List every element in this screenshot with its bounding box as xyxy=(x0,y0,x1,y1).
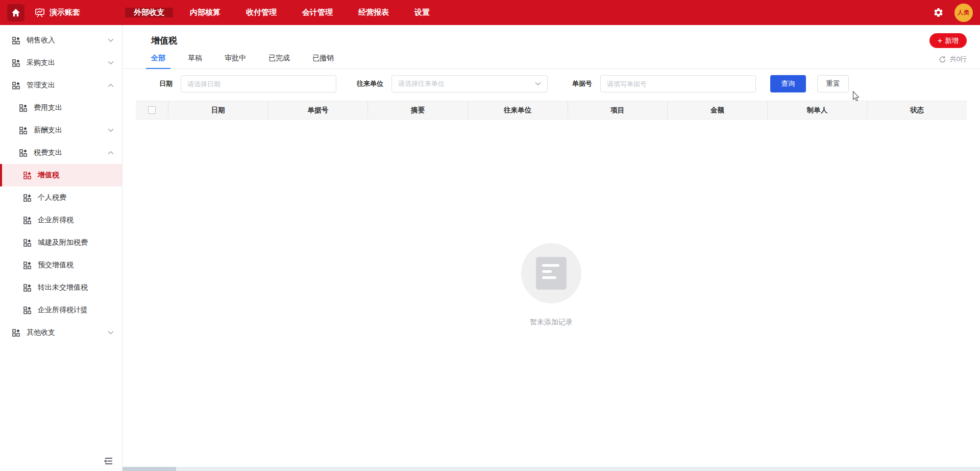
home-button[interactable] xyxy=(7,4,24,21)
sidebar-item-transfer-unpaid-vat[interactable]: 转出未交增值税 xyxy=(0,276,122,299)
column-header-date[interactable]: 日期 xyxy=(168,101,268,119)
row-count-area: 共0行 xyxy=(939,55,967,68)
horizontal-scrollbar-thumb[interactable] xyxy=(122,467,176,471)
module-grid-icon xyxy=(12,82,20,89)
sidebar-item-label: 采购支出 xyxy=(27,58,108,67)
column-header-summary[interactable]: 摘要 xyxy=(368,101,468,119)
sidebar-item-label: 城建及附加税费 xyxy=(38,238,114,247)
chevron-up-icon xyxy=(108,150,114,156)
table-header-checkbox-cell xyxy=(136,101,168,119)
horizontal-scrollbar[interactable] xyxy=(122,467,980,471)
module-grid-icon xyxy=(23,239,31,247)
column-header-status[interactable]: 状态 xyxy=(867,101,967,119)
tab-all[interactable]: 全部 xyxy=(147,49,169,68)
module-grid-icon xyxy=(19,104,27,112)
sidebar-item-salary-expense[interactable]: 薪酬支出 xyxy=(0,119,122,142)
search-button[interactable]: 查询 xyxy=(770,75,806,92)
sidebar-item-prepaid-vat[interactable]: 预交增值税 xyxy=(0,254,122,276)
sidebar-item-urban-construction-surtax[interactable]: 城建及附加税费 xyxy=(0,231,122,254)
sidebar-item-corporate-income-tax[interactable]: 企业所得税 xyxy=(0,209,122,231)
nav-tab-accounting-management[interactable]: 会计管理 xyxy=(293,8,341,17)
module-grid-icon xyxy=(19,149,27,157)
nav-tab-business-reports[interactable]: 经营报表 xyxy=(350,8,398,17)
reset-button[interactable]: 重置 xyxy=(817,75,849,92)
sidebar-item-fee-expense[interactable]: 费用支出 xyxy=(0,97,122,119)
module-grid-icon xyxy=(23,194,31,202)
user-avatar[interactable]: 人类 xyxy=(954,4,973,22)
column-header-doc-no[interactable]: 单据号 xyxy=(268,101,369,119)
chevron-down-icon xyxy=(108,37,114,43)
sidebar-item-label: 转出未交增值税 xyxy=(38,283,114,292)
sidebar-item-corporate-income-tax-accrual[interactable]: 企业所得税计提 xyxy=(0,299,122,321)
module-grid-icon xyxy=(23,172,31,179)
topbar-right: 人类 xyxy=(933,0,973,25)
add-button-label: 新增 xyxy=(945,36,959,45)
sidebar-item-personal-tax[interactable]: 个人税费 xyxy=(0,186,122,209)
empty-state-circle xyxy=(521,243,581,303)
chevron-down-icon xyxy=(535,81,541,87)
filter-bar: 日期 往来单位 请选择往来单位 单据号 查询 重置 xyxy=(122,69,980,99)
sidebar-item-other-income-expense[interactable]: 其他收支 xyxy=(0,321,122,344)
tab-revoked[interactable]: 已撤销 xyxy=(308,49,338,68)
tab-in-approval[interactable]: 审批中 xyxy=(220,49,250,68)
sidebar-collapse-icon[interactable] xyxy=(103,457,113,465)
sidebar-item-label: 管理支出 xyxy=(27,81,108,90)
tab-completed[interactable]: 已完成 xyxy=(264,49,294,68)
chevron-up-icon xyxy=(108,82,114,88)
row-count-label: 共0行 xyxy=(950,55,967,64)
status-tabs-row: 全部 草稿 审批中 已完成 已撤销 共0行 xyxy=(122,48,980,69)
sidebar-item-management-expense[interactable]: 管理支出 xyxy=(0,74,122,97)
presentation-board-icon xyxy=(35,8,45,18)
home-icon xyxy=(11,8,20,17)
module-grid-icon xyxy=(23,284,31,292)
main-content: 增值税 + 新增 全部 草稿 审批中 已完成 已撤销 xyxy=(122,25,980,471)
top-navigation: 外部收支 内部核算 收付管理 会计管理 经营报表 设置 xyxy=(125,8,447,17)
sidebar-item-label: 企业所得税计提 xyxy=(38,305,114,315)
select-all-checkbox[interactable] xyxy=(148,106,156,114)
page-header: 增值税 + 新增 xyxy=(122,25,980,48)
table-header-row: 日期 单据号 摘要 往来单位 项目 金额 制单人 状态 xyxy=(136,101,967,120)
sidebar-item-label: 企业所得税 xyxy=(38,216,114,225)
page-title: 增值税 xyxy=(151,35,177,46)
chevron-down-icon xyxy=(108,127,114,133)
app-shell: 销售收入 采购支出 管理支出 费用支出 薪酬支出 税费支出 xyxy=(0,25,980,471)
column-header-creator[interactable]: 制单人 xyxy=(768,101,868,119)
account-name: 演示账套 xyxy=(50,8,80,17)
module-grid-icon xyxy=(12,37,20,44)
module-grid-icon xyxy=(23,307,31,314)
module-grid-icon xyxy=(12,59,20,67)
column-header-amount[interactable]: 金额 xyxy=(668,101,768,119)
topbar-left: 演示账套 外部收支 内部核算 收付管理 会计管理 经营报表 设置 xyxy=(7,0,447,25)
tab-draft[interactable]: 草稿 xyxy=(184,49,206,68)
column-header-unit[interactable]: 往来单位 xyxy=(468,101,568,119)
sidebar-item-label: 预交增值税 xyxy=(38,261,114,270)
nav-tab-settings[interactable]: 设置 xyxy=(406,8,438,17)
module-grid-icon xyxy=(23,262,31,269)
nav-tab-payment-management[interactable]: 收付管理 xyxy=(237,8,285,17)
document-icon xyxy=(536,257,567,290)
account-switcher[interactable]: 演示账套 xyxy=(35,8,80,18)
docno-filter-input[interactable] xyxy=(600,75,756,92)
date-filter-input[interactable] xyxy=(181,75,336,92)
column-header-project[interactable]: 项目 xyxy=(568,101,668,119)
sidebar-item-vat[interactable]: 增值税 xyxy=(0,164,122,186)
sidebar-item-label: 增值税 xyxy=(38,171,114,180)
unit-select-placeholder: 请选择往来单位 xyxy=(398,79,445,88)
unit-filter-select[interactable]: 请选择往来单位 xyxy=(391,75,548,92)
nav-tab-external-income-expense[interactable]: 外部收支 xyxy=(125,8,173,17)
status-tabs: 全部 草稿 审批中 已完成 已撤销 xyxy=(147,49,338,68)
gear-icon[interactable] xyxy=(933,7,944,18)
date-filter-label: 日期 xyxy=(159,79,173,88)
sidebar-item-label: 个人税费 xyxy=(38,193,114,202)
nav-tab-internal-accounting[interactable]: 内部核算 xyxy=(181,8,229,17)
sidebar-item-tax-expense[interactable]: 税费支出 xyxy=(0,142,122,164)
empty-state: 暂未添加记录 xyxy=(122,243,980,327)
refresh-icon[interactable] xyxy=(939,56,946,63)
sidebar-item-label: 销售收入 xyxy=(27,36,108,45)
sidebar: 销售收入 采购支出 管理支出 费用支出 薪酬支出 税费支出 xyxy=(0,25,122,471)
sidebar-item-sales-income[interactable]: 销售收入 xyxy=(0,29,122,52)
sidebar-item-label: 费用支出 xyxy=(34,103,114,112)
sidebar-item-purchase-expense[interactable]: 采购支出 xyxy=(0,52,122,74)
add-button[interactable]: + 新增 xyxy=(929,33,967,48)
chevron-down-icon xyxy=(108,60,114,66)
